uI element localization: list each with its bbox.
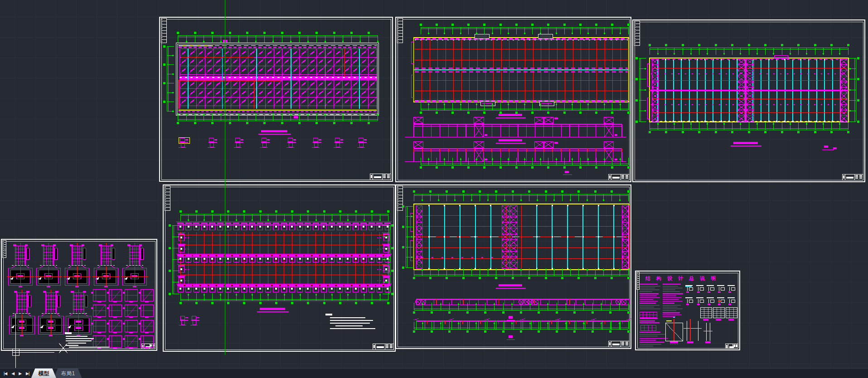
tab-layout1-label: 布局1 — [61, 370, 75, 378]
structural-notes-sheet[interactable]: 结构设计总说明 — [635, 271, 740, 350]
model-layout-tabbar: |◀ ◀ ▶ ▶| 模型 布局1 — [0, 368, 868, 378]
tab-layout1[interactable]: 布局1 — [53, 368, 82, 378]
tab-model-label: 模型 — [38, 370, 49, 378]
previous-tab-button[interactable]: ◀ — [11, 371, 14, 376]
last-tab-button[interactable]: ▶| — [26, 371, 29, 376]
first-tab-button[interactable]: |◀ — [4, 371, 7, 376]
roof-bracing-plan-sheet[interactable] — [160, 17, 393, 181]
model-space-canvas[interactable]: 结构设计总说明 — [0, 0, 868, 368]
tab-model[interactable]: 模型 — [31, 368, 56, 378]
upper-structure-plan-sheet[interactable] — [396, 185, 632, 349]
column-bracing-plan-sheet[interactable] — [633, 20, 865, 182]
next-tab-button[interactable]: ▶ — [19, 371, 21, 376]
roof-framing-plan-sheet[interactable] — [396, 17, 631, 182]
tab-navigation: |◀ ◀ ▶ ▶| — [0, 368, 34, 378]
drawing-svg: 结构设计总说明 — [0, 0, 868, 368]
foundation-details-sheet[interactable] — [1, 239, 157, 353]
foundation-plan-sheet[interactable] — [163, 185, 395, 351]
notes-sheet-title: 结构设计总说明 — [645, 276, 722, 281]
